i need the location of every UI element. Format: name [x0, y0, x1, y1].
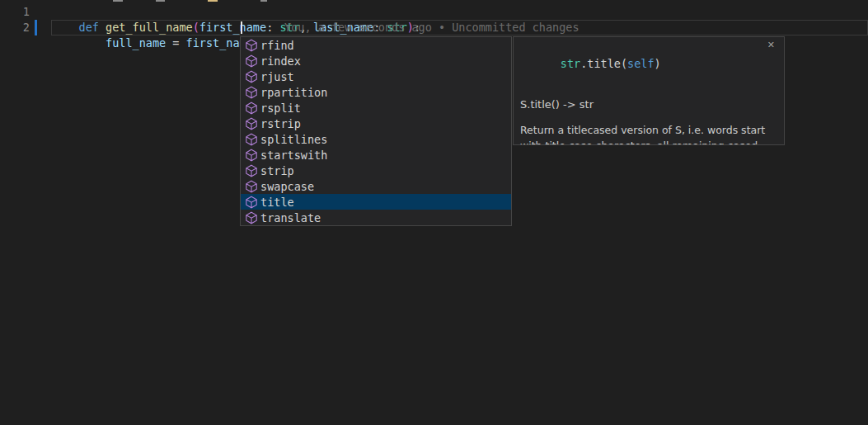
- code-token: full_name: [79, 36, 167, 50]
- code-editor[interactable]: 1 2 def get_full_name(first_name: str, l…: [0, 0, 868, 425]
- text-cursor: [241, 21, 242, 34]
- clipped-line-fragment: [156, 0, 165, 2]
- suggestion-item-title-selected[interactable]: title: [241, 194, 511, 210]
- suggestion-docs-panel: ✕ str.title(self) S.title() -> str Retur…: [513, 36, 785, 145]
- symbol-method-icon: [245, 211, 258, 224]
- suggestion-item-rstrip[interactable]: rstrip: [241, 116, 511, 131]
- suggestion-label: rpartition: [260, 86, 327, 99]
- suggestion-item-rjust[interactable]: rjust: [241, 68, 511, 84]
- symbol-method-icon: [245, 70, 258, 83]
- suggestion-label: strip: [260, 164, 294, 177]
- suggestion-label: swapcase: [260, 180, 314, 193]
- symbol-method-icon: [245, 117, 258, 130]
- close-icon[interactable]: ✕: [767, 40, 775, 51]
- signature-param: self: [627, 57, 655, 70]
- signature-line: str.title(self): [520, 41, 779, 86]
- symbol-method-icon: [245, 180, 258, 193]
- suggestion-item-startswith[interactable]: startswith: [241, 147, 511, 163]
- symbol-method-icon: [245, 86, 258, 99]
- docs-summary: S.title() -> str: [520, 98, 779, 111]
- suggestion-item-rindex[interactable]: rindex: [241, 53, 511, 68]
- code-token: :: [266, 21, 279, 34]
- suggestion-label: startswith: [260, 149, 327, 162]
- suggestion-item-strip[interactable]: strip: [241, 163, 511, 178]
- suggestion-item-rpartition[interactable]: rpartition: [241, 84, 511, 100]
- suggestion-item-swapcase[interactable]: swapcase: [241, 178, 511, 194]
- git-blame-annotation: You, a few seconds ago • Uncommitted cha…: [284, 20, 579, 35]
- autocomplete-popup: rfind rindex rjust rpartition rsplit rst…: [240, 36, 512, 226]
- symbol-method-icon: [245, 164, 258, 177]
- git-modified-indicator: [35, 20, 37, 35]
- suggestion-item-splitlines[interactable]: splitlines: [241, 131, 511, 147]
- line-number-1[interactable]: 1: [0, 4, 30, 20]
- code-token: =: [166, 36, 185, 50]
- signature-call: .title(: [580, 57, 627, 70]
- suggestion-label: rsplit: [260, 102, 301, 115]
- clipped-line-fragment: [208, 0, 218, 2]
- docs-description: Return a titlecased version of S, i.e. w…: [520, 122, 779, 145]
- symbol-method-icon: [245, 54, 258, 68]
- symbol-method-icon: [245, 133, 258, 146]
- suggestion-label: rfind: [260, 39, 294, 52]
- suggestion-label: title: [260, 196, 294, 209]
- suggestion-label: rindex: [260, 54, 301, 68]
- clipped-line-fragment: [113, 0, 123, 2]
- symbol-method-icon: [245, 102, 258, 115]
- symbol-method-icon: [245, 39, 258, 52]
- clipped-line-fragment: [260, 0, 267, 2]
- signature-object: str: [561, 57, 580, 70]
- symbol-method-icon: [245, 149, 258, 162]
- symbol-method-icon: [245, 196, 258, 209]
- suggestion-label: splitlines: [260, 133, 327, 146]
- signature-close: ): [655, 57, 661, 70]
- suggestion-label: translate: [260, 211, 321, 224]
- suggestion-item-rfind[interactable]: rfind: [241, 37, 511, 53]
- code-line-2[interactable]: full_name = first_name.: [52, 20, 260, 67]
- suggestion-item-rsplit[interactable]: rsplit: [241, 100, 511, 116]
- suggestion-label: rjust: [260, 70, 294, 83]
- suggestion-label: rstrip: [260, 117, 301, 130]
- line-number-2[interactable]: 2: [0, 20, 30, 35]
- suggestion-item-translate[interactable]: translate: [241, 210, 511, 225]
